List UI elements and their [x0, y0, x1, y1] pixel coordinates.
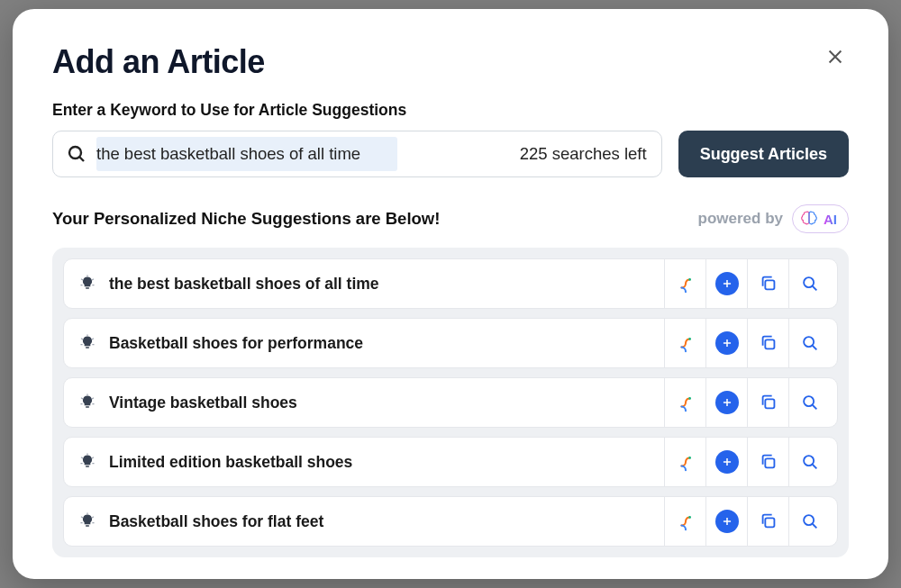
analytics-button[interactable] [664, 497, 705, 546]
lightbulb-icon [78, 512, 96, 530]
copy-icon [759, 274, 778, 294]
svg-point-6 [688, 338, 691, 340]
magnifier-icon [800, 511, 820, 531]
copy-button[interactable] [747, 259, 788, 308]
search-box: 225 searches left [52, 131, 662, 177]
svg-point-18 [688, 516, 691, 519]
search-button[interactable] [788, 319, 830, 367]
row-actions [664, 259, 830, 308]
suggestion-row: the best basketball shoes of all time [63, 258, 838, 309]
svg-rect-9 [86, 406, 89, 408]
svg-point-0 [69, 147, 81, 158]
suggestion-text: Limited edition basketball shoes [109, 453, 664, 472]
magnifier-icon [800, 333, 820, 353]
keyword-label: Enter a Keyword to Use for Article Sugge… [52, 101, 849, 120]
copy-icon [759, 393, 778, 412]
svg-point-14 [688, 457, 691, 459]
svg-rect-1 [86, 287, 89, 289]
row-actions [664, 438, 830, 486]
add-button[interactable] [705, 319, 747, 367]
powered-by: powered by AI [698, 204, 849, 233]
svg-rect-7 [765, 339, 774, 348]
copy-icon [759, 333, 778, 353]
analytics-icon [676, 333, 696, 353]
searches-left-label: 225 searches left [520, 144, 647, 164]
svg-point-12 [804, 396, 814, 406]
search-button[interactable] [788, 259, 830, 308]
row-actions [664, 319, 830, 367]
magnifier-icon [800, 452, 820, 472]
analytics-icon [676, 274, 696, 294]
svg-rect-5 [86, 347, 89, 348]
copy-icon [759, 511, 778, 531]
svg-point-20 [804, 515, 814, 525]
results-panel: the best basketball shoes of all time Ba… [52, 248, 849, 557]
magnifier-icon [800, 393, 820, 412]
plus-icon [715, 272, 739, 295]
analytics-icon [676, 452, 696, 472]
suggestion-row: Basketball shoes for flat feet [63, 496, 838, 547]
magnifier-icon [800, 274, 820, 294]
svg-point-10 [688, 397, 691, 400]
modal-backdrop: Add an Article Enter a Keyword to Use fo… [0, 0, 901, 588]
analytics-button[interactable] [664, 319, 705, 367]
lightbulb-icon [78, 453, 96, 471]
suggestion-row: Vintage basketball shoes [63, 377, 838, 428]
suggestion-text: the best basketball shoes of all time [109, 275, 664, 294]
suggestion-text: Basketball shoes for flat feet [109, 512, 664, 531]
analytics-button[interactable] [664, 259, 705, 308]
svg-rect-19 [765, 518, 774, 527]
copy-button[interactable] [747, 438, 788, 486]
svg-rect-11 [765, 399, 774, 408]
search-row: 225 searches left Suggest Articles [52, 131, 849, 177]
copy-button[interactable] [747, 319, 788, 367]
svg-point-16 [804, 456, 814, 466]
add-article-modal: Add an Article Enter a Keyword to Use fo… [13, 9, 888, 579]
brain-icon [800, 210, 818, 228]
ai-badge: AI [792, 204, 849, 233]
modal-title: Add an Article [52, 43, 265, 81]
add-button[interactable] [705, 438, 747, 486]
add-button[interactable] [705, 497, 747, 546]
close-icon [825, 47, 845, 67]
svg-point-8 [804, 337, 814, 347]
add-button[interactable] [705, 259, 747, 308]
plus-icon [715, 331, 739, 355]
suggest-articles-button[interactable]: Suggest Articles [678, 131, 849, 177]
search-icon [66, 143, 87, 165]
add-button[interactable] [705, 378, 747, 427]
copy-button[interactable] [747, 378, 788, 427]
search-button[interactable] [788, 497, 830, 546]
keyword-input[interactable] [96, 131, 507, 176]
svg-point-2 [688, 278, 691, 281]
analytics-button[interactable] [664, 438, 705, 486]
suggestion-row: Basketball shoes for performance [63, 318, 838, 368]
suggestion-text: Basketball shoes for performance [109, 334, 664, 353]
modal-header: Add an Article [52, 43, 849, 81]
plus-icon [715, 510, 739, 533]
copy-icon [759, 452, 778, 472]
copy-button[interactable] [747, 497, 788, 546]
svg-rect-3 [765, 280, 774, 289]
lightbulb-icon [78, 334, 96, 352]
row-actions [664, 378, 830, 427]
svg-rect-15 [765, 458, 774, 467]
results-title: Your Personalized Niche Suggestions are … [52, 209, 440, 229]
plus-icon [715, 391, 739, 414]
svg-point-4 [804, 277, 814, 287]
svg-rect-13 [86, 466, 89, 467]
row-actions [664, 497, 830, 546]
plus-icon [715, 450, 739, 474]
lightbulb-icon [78, 275, 96, 293]
analytics-icon [676, 511, 696, 531]
results-header: Your Personalized Niche Suggestions are … [52, 204, 849, 233]
analytics-button[interactable] [664, 378, 705, 427]
search-button[interactable] [788, 438, 830, 486]
powered-by-label: powered by [698, 210, 783, 228]
search-button[interactable] [788, 378, 830, 427]
svg-rect-17 [86, 525, 89, 527]
suggestion-text: Vintage basketball shoes [109, 394, 664, 412]
ai-text: AI [824, 212, 837, 227]
lightbulb-icon [78, 394, 96, 412]
close-button[interactable] [822, 43, 849, 73]
